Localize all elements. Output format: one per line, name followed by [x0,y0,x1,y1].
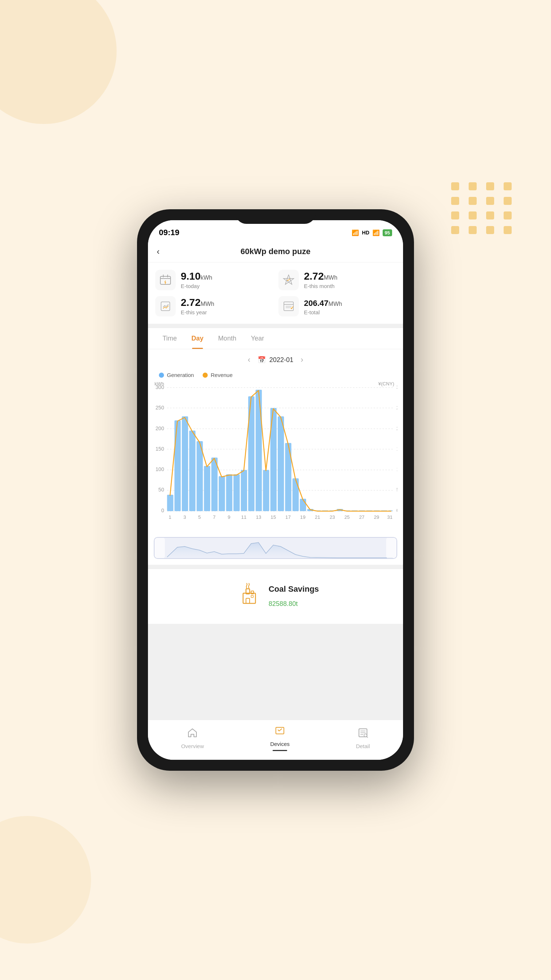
coal-savings-value: 82588.80t [268,595,319,609]
eyear-icon [159,300,172,313]
minimap-thumb [154,537,397,559]
svg-text:¥(CNY): ¥(CNY) [378,381,394,387]
svg-text:23: 23 [330,514,335,520]
chart-tabs: Time Day Month Year [148,328,403,349]
nav-item-overview[interactable]: Overview [175,724,210,752]
tab-year[interactable]: Year [243,328,271,349]
stat-label-etoday: E-today [181,283,213,289]
svg-text:27: 27 [359,514,365,520]
bar-3 [182,416,188,511]
etoday-icon [159,274,172,286]
bar-14 [263,470,269,511]
svg-text:31: 31 [387,514,392,520]
stat-values-etoday: 9.10kWh E-today [181,271,213,289]
svg-text:9: 9 [228,514,230,520]
stat-values-etotal: 206.47MWh E-total [304,297,342,315]
bar-7 [211,458,218,511]
stat-item-emonth: 2.72MWh E-this month [278,270,396,290]
legend-generation-label: Generation [167,372,194,378]
stat-icon-eyear-wrap [155,296,176,317]
calendar-icon: 📅 [258,356,266,364]
svg-text:3: 3 [183,514,186,520]
bottom-nav: Overview Devices [148,720,403,760]
svg-text:50: 50 [159,487,164,493]
svg-text:21: 21 [315,514,320,520]
page-title: 60kWp demo puze [240,247,310,256]
svg-text:29: 29 [374,514,380,520]
svg-text:150: 150 [156,446,164,452]
tab-day[interactable]: Day [184,328,211,349]
bar-11 [241,470,247,511]
chart-svg: 300 250 200 150 100 50 0 kWh 300 250 [154,381,397,534]
nav-item-devices[interactable]: Devices [264,722,295,754]
wifi-icon: 📶 [352,229,359,236]
svg-text:1: 1 [169,514,171,520]
legend-generation: Generation [159,372,194,378]
chart-legend: Generation Revenue [148,371,403,381]
stat-icon-etotal-wrap [278,296,299,317]
overview-icon [187,727,198,741]
nav-item-detail[interactable]: Detail [350,724,376,752]
svg-text:100: 100 [397,466,397,472]
date-prev-button[interactable]: ‹ [248,355,250,364]
svg-text:200: 200 [397,425,397,431]
svg-text:200: 200 [156,425,164,431]
chart-svg-container: 300 250 200 150 100 50 0 kWh 300 250 [154,381,397,534]
cellular-icon: 📶 [372,229,380,236]
svg-text:250: 250 [397,405,397,410]
svg-text:19: 19 [300,514,306,520]
stat-icon-emonth-wrap [278,270,299,290]
bar-8 [219,476,225,511]
legend-revenue: Revenue [203,372,232,378]
stat-number-etotal: 206.47MWh [304,297,342,309]
svg-text:250: 250 [156,405,164,410]
battery-icon: 95 [383,229,392,236]
svg-text:50: 50 [397,487,397,493]
stat-icon-etoday-wrap [155,270,176,290]
legend-revenue-label: Revenue [211,372,232,378]
svg-text:13: 13 [256,514,261,520]
date-next-button[interactable]: › [301,355,303,364]
stat-item-etoday: 9.10kWh E-today [155,270,273,290]
bar-13 [256,390,262,511]
stat-number-etoday: 9.10kWh [181,271,213,282]
coal-savings-icon [232,579,261,614]
svg-text:kWh: kWh [154,381,164,387]
bg-decoration-circle-tl [0,0,117,124]
svg-text:0: 0 [161,508,164,513]
bar-18 [293,478,299,511]
devices-icon [275,725,285,739]
svg-text:15: 15 [271,514,276,520]
bg-decoration-dots [451,182,514,234]
svg-text:17: 17 [285,514,291,520]
bg-decoration-circle-bl [0,816,91,943]
stat-values-emonth: 2.72MWh E-this month [304,271,337,289]
stat-item-eyear: 2.72MWh E-this year [155,296,273,317]
app-header: ‹ 60kWp demo puze [148,240,403,262]
stat-number-eyear: 2.72MWh [181,297,214,309]
phone-screen: 09:19 📶 HD 📶 95 ‹ 60kWp demo puze [148,220,403,760]
svg-rect-53 [251,595,253,598]
chart-area: 300 250 200 150 100 50 0 kWh 300 250 [148,381,403,534]
legend-generation-dot [159,372,164,378]
tab-month[interactable]: Month [211,328,243,349]
phone-notch [235,209,316,224]
date-value: 2022-01 [269,356,293,364]
back-button[interactable]: ‹ [157,247,160,257]
date-selector: ‹ 📅 2022-01 › [148,349,403,371]
svg-text:5: 5 [198,514,201,520]
nav-label-devices: Devices [270,741,289,747]
bar-1 [167,495,173,511]
svg-text:11: 11 [241,514,247,520]
coal-savings-card: Coal Savings 82588.80t [148,569,403,624]
stat-label-eyear: E-this year [181,309,214,315]
coal-savings-title: Coal Savings [268,584,319,594]
tab-time[interactable]: Time [155,328,184,349]
bar-2 [175,420,181,511]
status-icons: 📶 HD 📶 95 [352,229,392,236]
legend-revenue-dot [203,372,208,378]
coal-savings-text: Coal Savings 82588.80t [268,584,319,609]
svg-rect-52 [246,598,249,603]
signal-icon: HD [362,230,369,235]
chart-minimap[interactable] [154,537,397,559]
